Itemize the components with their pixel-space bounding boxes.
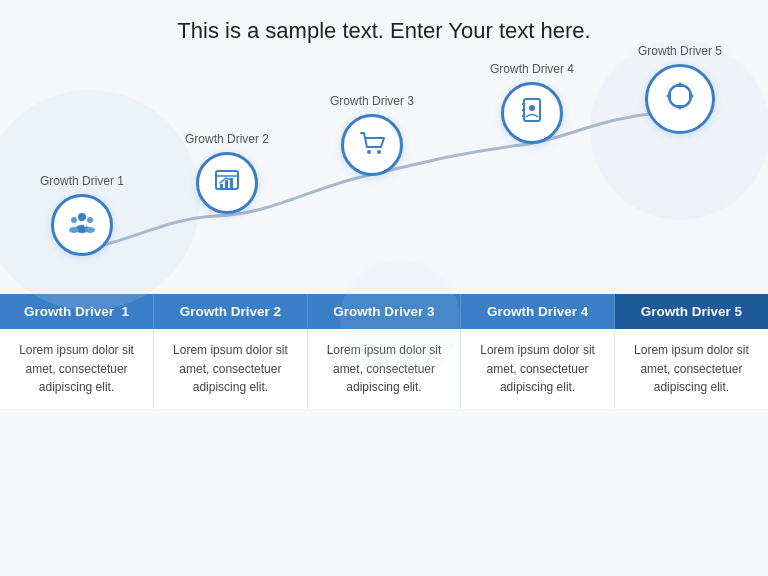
driver-4-icon (517, 95, 547, 132)
body-col-3: Lorem ipsum dolor sit amet, consectetuer… (307, 329, 461, 409)
svg-rect-13 (225, 180, 228, 188)
driver-2-icon (212, 165, 242, 202)
driver-2-label: Growth Driver 2 (185, 132, 269, 146)
svg-point-15 (367, 150, 371, 154)
svg-point-8 (85, 227, 95, 233)
body-col-5: Lorem ipsum dolor sit amet, consectetuer… (614, 329, 768, 409)
driver-4-label: Growth Driver 4 (490, 62, 574, 76)
driver-node-2: Growth Driver 2 (185, 132, 269, 214)
driver-5-icon (663, 79, 697, 120)
body-col-1: Lorem ipsum dolor sit amet, consectetuer… (0, 329, 154, 409)
driver-4-circle (501, 82, 563, 144)
page-title: This is a sample text. Enter Your text h… (0, 0, 768, 44)
driver-3-icon (357, 127, 387, 164)
driver-3-circle (341, 114, 403, 176)
svg-point-6 (69, 227, 79, 233)
header-col-5: Growth Driver 5 (614, 294, 768, 329)
header-col-1: Growth Driver 1 (0, 294, 154, 329)
svg-point-7 (87, 217, 93, 223)
driver-3-label: Growth Driver 3 (330, 94, 414, 108)
driver-node-5: Growth Driver 5 (638, 44, 722, 134)
svg-rect-12 (220, 184, 223, 188)
diagram-area: Growth Driver 1 (0, 44, 768, 294)
driver-node-1: Growth Driver 1 (40, 174, 124, 256)
header-col-4: Growth Driver 4 (461, 294, 615, 329)
driver-5-label: Growth Driver 5 (638, 44, 722, 58)
driver-node-3: Growth Driver 3 (330, 94, 414, 176)
driver-2-circle (196, 152, 258, 214)
driver-1-label: Growth Driver 1 (40, 174, 124, 188)
data-table: Growth Driver 1 Growth Driver 2 Growth D… (0, 294, 768, 409)
svg-point-21 (529, 105, 535, 111)
driver-1-icon (67, 207, 97, 244)
table-body-row: Lorem ipsum dolor sit amet, consectetuer… (0, 329, 768, 409)
driver-1-circle (51, 194, 113, 256)
header-col-3: Growth Driver 3 (307, 294, 461, 329)
svg-point-3 (78, 213, 86, 221)
svg-point-5 (71, 217, 77, 223)
body-col-2: Lorem ipsum dolor sit amet, consectetuer… (154, 329, 308, 409)
table-header-row: Growth Driver 1 Growth Driver 2 Growth D… (0, 294, 768, 329)
header-col-2: Growth Driver 2 (154, 294, 308, 329)
driver-5-circle (645, 64, 715, 134)
driver-node-4: Growth Driver 4 (490, 62, 574, 144)
body-col-4: Lorem ipsum dolor sit amet, consectetuer… (461, 329, 615, 409)
svg-point-16 (377, 150, 381, 154)
